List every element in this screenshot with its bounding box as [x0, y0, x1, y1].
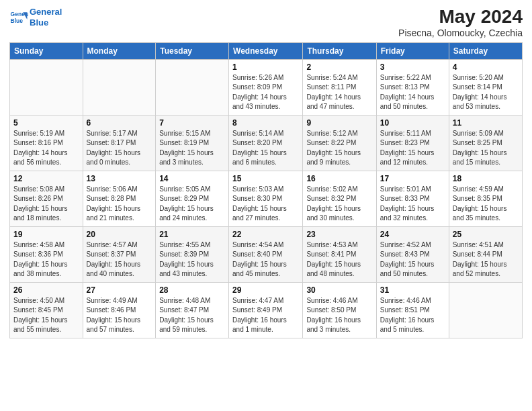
calendar-cell: 27Sunrise: 4:49 AM Sunset: 8:46 PM Dayli…	[83, 282, 156, 338]
day-number: 23	[306, 230, 372, 239]
day-number: 22	[232, 230, 299, 239]
calendar-cell: 31Sunrise: 4:46 AM Sunset: 8:51 PM Dayli…	[376, 282, 449, 338]
day-info: Sunrise: 4:50 AM Sunset: 8:45 PM Dayligh…	[13, 296, 79, 335]
calendar-cell: 16Sunrise: 5:02 AM Sunset: 8:32 PM Dayli…	[303, 171, 376, 226]
day-info: Sunrise: 5:11 AM Sunset: 8:23 PM Dayligh…	[380, 129, 445, 168]
day-info: Sunrise: 4:53 AM Sunset: 8:41 PM Dayligh…	[306, 240, 372, 279]
day-number: 1	[232, 62, 299, 72]
day-number: 17	[380, 174, 445, 183]
title-block: May 2024 Pisecna, Olomoucky, Czechia	[398, 7, 523, 38]
logo-icon: General Blue	[9, 8, 28, 27]
calendar-cell: 7Sunrise: 5:15 AM Sunset: 8:19 PM Daylig…	[156, 115, 229, 171]
day-info: Sunrise: 5:22 AM Sunset: 8:13 PM Dayligh…	[380, 73, 445, 112]
day-number: 20	[87, 230, 152, 239]
calendar-cell: 6Sunrise: 5:17 AM Sunset: 8:17 PM Daylig…	[83, 115, 156, 171]
day-info: Sunrise: 4:54 AM Sunset: 8:40 PM Dayligh…	[232, 240, 299, 279]
calendar-header-row: SundayMondayTuesdayWednesdayThursdayFrid…	[10, 42, 523, 59]
day-number: 29	[232, 285, 299, 295]
calendar-cell: 20Sunrise: 4:57 AM Sunset: 8:37 PM Dayli…	[83, 226, 156, 282]
day-number: 9	[306, 118, 372, 128]
day-info: Sunrise: 5:17 AM Sunset: 8:17 PM Dayligh…	[87, 129, 152, 168]
calendar-cell: 23Sunrise: 4:53 AM Sunset: 8:41 PM Dayli…	[303, 226, 376, 282]
logo-text-general: General	[30, 7, 62, 17]
day-number: 18	[453, 174, 519, 183]
day-number: 7	[159, 118, 225, 128]
calendar-cell: 29Sunrise: 4:47 AM Sunset: 8:49 PM Dayli…	[229, 282, 303, 338]
day-info: Sunrise: 5:15 AM Sunset: 8:19 PM Dayligh…	[159, 129, 225, 168]
calendar-week-row: 5Sunrise: 5:19 AM Sunset: 8:16 PM Daylig…	[10, 115, 523, 171]
day-info: Sunrise: 4:58 AM Sunset: 8:36 PM Dayligh…	[13, 240, 79, 279]
day-info: Sunrise: 5:12 AM Sunset: 8:22 PM Dayligh…	[306, 129, 372, 168]
day-number: 14	[159, 174, 225, 183]
calendar-cell	[10, 59, 83, 115]
calendar-cell	[156, 59, 229, 115]
calendar-week-row: 1Sunrise: 5:26 AM Sunset: 8:09 PM Daylig…	[10, 59, 523, 115]
day-info: Sunrise: 5:06 AM Sunset: 8:28 PM Dayligh…	[87, 185, 152, 224]
calendar-cell: 30Sunrise: 4:46 AM Sunset: 8:50 PM Dayli…	[303, 282, 376, 338]
day-info: Sunrise: 5:14 AM Sunset: 8:20 PM Dayligh…	[232, 129, 299, 168]
calendar-cell: 10Sunrise: 5:11 AM Sunset: 8:23 PM Dayli…	[376, 115, 449, 171]
calendar-week-row: 26Sunrise: 4:50 AM Sunset: 8:45 PM Dayli…	[10, 282, 523, 338]
day-info: Sunrise: 5:19 AM Sunset: 8:16 PM Dayligh…	[13, 129, 79, 168]
day-number: 11	[453, 118, 519, 128]
day-number: 27	[87, 285, 152, 295]
calendar-header-tuesday: Tuesday	[156, 42, 229, 59]
calendar-cell: 12Sunrise: 5:08 AM Sunset: 8:26 PM Dayli…	[10, 171, 83, 226]
svg-text:Blue: Blue	[11, 17, 24, 24]
calendar-header-thursday: Thursday	[303, 42, 376, 59]
day-info: Sunrise: 4:46 AM Sunset: 8:50 PM Dayligh…	[306, 296, 372, 335]
page-subtitle: Pisecna, Olomoucky, Czechia	[398, 28, 523, 38]
calendar-header-saturday: Saturday	[449, 42, 522, 59]
day-info: Sunrise: 5:09 AM Sunset: 8:25 PM Dayligh…	[453, 129, 519, 168]
day-info: Sunrise: 4:48 AM Sunset: 8:47 PM Dayligh…	[159, 296, 225, 335]
day-info: Sunrise: 4:52 AM Sunset: 8:43 PM Dayligh…	[380, 240, 445, 279]
page: General Blue General Blue May 2024 Pisec…	[0, 0, 532, 411]
day-number: 4	[453, 62, 519, 72]
page-title: May 2024	[398, 7, 523, 28]
calendar-table: SundayMondayTuesdayWednesdayThursdayFrid…	[9, 42, 523, 338]
day-info: Sunrise: 4:46 AM Sunset: 8:51 PM Dayligh…	[380, 296, 445, 335]
day-info: Sunrise: 5:26 AM Sunset: 8:09 PM Dayligh…	[232, 73, 299, 112]
day-info: Sunrise: 5:24 AM Sunset: 8:11 PM Dayligh…	[306, 73, 372, 112]
calendar-cell: 22Sunrise: 4:54 AM Sunset: 8:40 PM Dayli…	[229, 226, 303, 282]
logo-text-blue: Blue	[30, 17, 62, 28]
day-info: Sunrise: 5:02 AM Sunset: 8:32 PM Dayligh…	[306, 185, 372, 224]
day-info: Sunrise: 4:59 AM Sunset: 8:35 PM Dayligh…	[453, 185, 519, 224]
day-number: 19	[13, 230, 79, 239]
day-number: 8	[232, 118, 299, 128]
day-number: 5	[13, 118, 79, 128]
calendar-cell: 11Sunrise: 5:09 AM Sunset: 8:25 PM Dayli…	[449, 115, 522, 171]
calendar-cell: 3Sunrise: 5:22 AM Sunset: 8:13 PM Daylig…	[376, 59, 449, 115]
day-info: Sunrise: 4:49 AM Sunset: 8:46 PM Dayligh…	[87, 296, 152, 335]
day-number: 30	[306, 285, 372, 295]
day-info: Sunrise: 5:03 AM Sunset: 8:30 PM Dayligh…	[232, 185, 299, 224]
day-number: 26	[13, 285, 79, 295]
day-info: Sunrise: 4:55 AM Sunset: 8:39 PM Dayligh…	[159, 240, 225, 279]
day-number: 13	[87, 174, 152, 183]
day-number: 15	[232, 174, 299, 183]
calendar-cell: 25Sunrise: 4:51 AM Sunset: 8:44 PM Dayli…	[449, 226, 522, 282]
calendar-header-friday: Friday	[376, 42, 449, 59]
day-number: 31	[380, 285, 445, 295]
calendar-cell: 2Sunrise: 5:24 AM Sunset: 8:11 PM Daylig…	[303, 59, 376, 115]
calendar-cell: 18Sunrise: 4:59 AM Sunset: 8:35 PM Dayli…	[449, 171, 522, 226]
day-info: Sunrise: 5:05 AM Sunset: 8:29 PM Dayligh…	[159, 185, 225, 224]
day-info: Sunrise: 4:51 AM Sunset: 8:44 PM Dayligh…	[453, 240, 519, 279]
day-number: 21	[159, 230, 225, 239]
day-number: 2	[306, 62, 372, 72]
day-number: 6	[87, 118, 152, 128]
calendar-cell	[83, 59, 156, 115]
calendar-cell: 15Sunrise: 5:03 AM Sunset: 8:30 PM Dayli…	[229, 171, 303, 226]
calendar-week-row: 19Sunrise: 4:58 AM Sunset: 8:36 PM Dayli…	[10, 226, 523, 282]
day-number: 16	[306, 174, 372, 183]
day-number: 28	[159, 285, 225, 295]
calendar-header-sunday: Sunday	[10, 42, 83, 59]
day-number: 10	[380, 118, 445, 128]
calendar-cell: 13Sunrise: 5:06 AM Sunset: 8:28 PM Dayli…	[83, 171, 156, 226]
calendar-cell: 21Sunrise: 4:55 AM Sunset: 8:39 PM Dayli…	[156, 226, 229, 282]
day-number: 25	[453, 230, 519, 239]
calendar-cell: 14Sunrise: 5:05 AM Sunset: 8:29 PM Dayli…	[156, 171, 229, 226]
calendar-header-monday: Monday	[83, 42, 156, 59]
calendar-cell	[449, 282, 522, 338]
day-number: 3	[380, 62, 445, 72]
